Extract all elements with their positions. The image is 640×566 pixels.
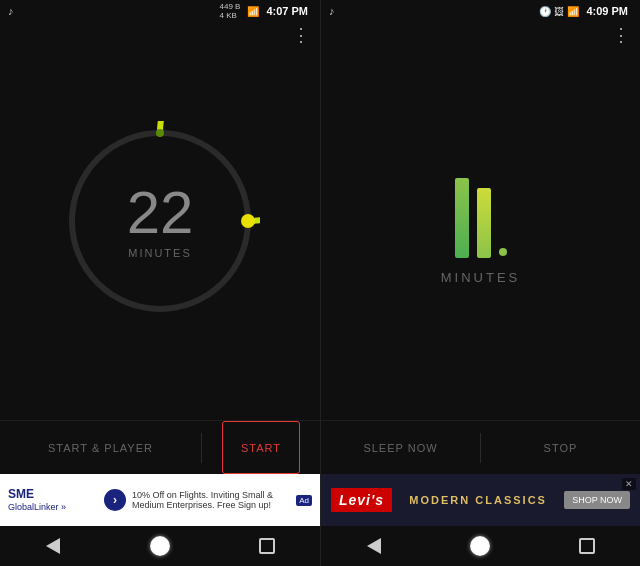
- start-player-button[interactable]: START & PLAYER: [0, 421, 201, 474]
- status-bar-1: ♪ 449 B 4 KB 📶 4:07 PM: [0, 0, 320, 22]
- home-button[interactable]: [146, 532, 174, 560]
- clock-2: 4:09 PM: [586, 5, 628, 17]
- image-icon: 🖼: [554, 6, 564, 17]
- home-circle-icon-2: [470, 536, 490, 556]
- recents-button[interactable]: [253, 532, 281, 560]
- timer-label: MINUTES: [127, 247, 194, 259]
- back-button[interactable]: [39, 532, 67, 560]
- recents-square-icon-2: [579, 538, 595, 554]
- ad-logo-sub: GlobalLinker »: [8, 502, 98, 513]
- ad-logo: SME GlobalLinker »: [8, 487, 98, 512]
- status-bar-2: ♪ 🕐 🖼 📶 4:09 PM: [321, 0, 640, 22]
- status-icons-2: 🕐 🖼 📶 4:09 PM: [539, 5, 632, 17]
- sleep-now-button[interactable]: SLEEP NOW: [321, 421, 480, 474]
- timer-label-2: MINUTES: [441, 270, 521, 285]
- bars-container: [455, 158, 507, 258]
- nav-bar-1: [0, 526, 320, 566]
- svg-point-2: [156, 129, 164, 137]
- ad-logo-main: SME: [8, 487, 98, 501]
- ad-banner-1[interactable]: SME GlobalLinker » › 10% Off on Flights.…: [0, 474, 320, 526]
- home-button-2[interactable]: [466, 532, 494, 560]
- recents-button-2[interactable]: [573, 532, 601, 560]
- svg-point-1: [241, 214, 255, 228]
- shop-now-button[interactable]: SHOP NOW: [564, 491, 630, 509]
- music-icon: ♪: [8, 5, 14, 17]
- bar-1: [455, 178, 469, 258]
- ad-badge: Ad: [296, 495, 312, 506]
- timer-text: 22 MINUTES: [127, 183, 194, 259]
- signal-icons-2: 📶: [567, 6, 579, 17]
- clock-icon: 🕐: [539, 6, 551, 17]
- levis-tagline: MODERN CLASSICS: [400, 494, 556, 506]
- back-button-2[interactable]: [360, 532, 388, 560]
- stop-button[interactable]: STOP: [481, 421, 640, 474]
- timer-number: 22: [127, 183, 194, 243]
- signal-icons: 📶: [247, 6, 259, 17]
- start-button[interactable]: START: [222, 421, 300, 474]
- bar-2: [477, 188, 491, 258]
- phone-panel-2: ♪ 🕐 🖼 📶 4:09 PM ⋮ MINUTES SLEEP NOW: [320, 0, 640, 566]
- dot-indicator: [499, 248, 507, 256]
- home-circle-icon: [150, 536, 170, 556]
- levis-logo: Levi's: [331, 488, 392, 512]
- back-triangle-icon: [46, 538, 60, 554]
- ad-close-icon[interactable]: ✕: [622, 478, 636, 490]
- ad-arrow: ›: [104, 489, 126, 511]
- music-icon-2: ♪: [329, 5, 335, 17]
- action-bar-1: START & PLAYER START: [0, 420, 320, 474]
- main-content-2: MINUTES: [321, 22, 640, 420]
- action-bar-2: SLEEP NOW STOP: [321, 420, 640, 474]
- timer-ring-container: 22 MINUTES: [60, 121, 260, 321]
- main-content-1: 22 MINUTES: [0, 22, 320, 420]
- clock: 4:07 PM: [266, 5, 308, 17]
- status-icons: 449 B 4 KB 📶 4:07 PM: [220, 2, 312, 20]
- data-counter: 449 B 4 KB: [220, 2, 241, 20]
- levis-ad-banner[interactable]: Levi's MODERN CLASSICS SHOP NOW ✕: [321, 474, 640, 526]
- nav-bar-2: [321, 526, 640, 566]
- recents-square-icon: [259, 538, 275, 554]
- ad-text: 10% Off on Flights. Inviting Small & Med…: [132, 490, 290, 510]
- phone-panel-1: ♪ 449 B 4 KB 📶 4:07 PM ⋮: [0, 0, 320, 566]
- back-triangle-icon-2: [367, 538, 381, 554]
- start-button-wrapper: START: [202, 421, 320, 474]
